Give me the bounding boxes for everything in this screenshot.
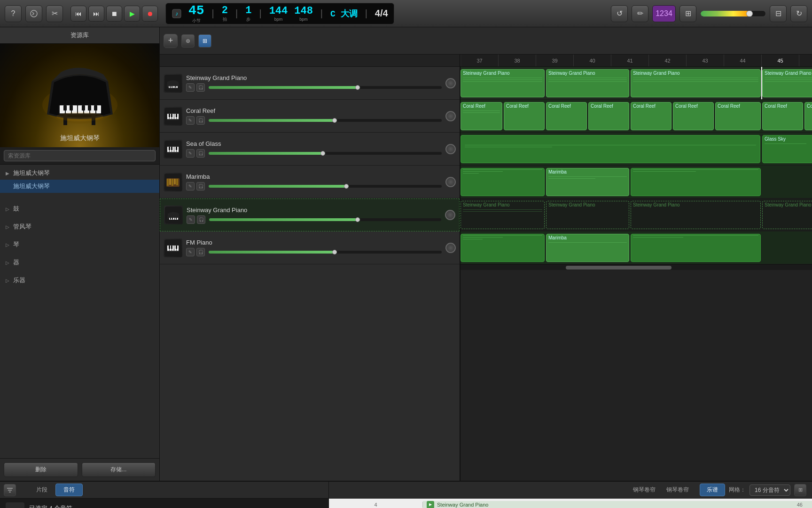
save-button[interactable]: 存储... xyxy=(82,462,156,477)
segment[interactable]: Coral Reef xyxy=(504,102,545,130)
track-4-edit-btn[interactable]: ✎ xyxy=(186,182,195,190)
sidebar-item-instrument2[interactable]: ▷ 乐器 xyxy=(0,274,159,287)
track-6-mute[interactable] xyxy=(445,243,456,253)
playhead: ▼ xyxy=(761,67,762,99)
tab-note[interactable]: 音符 xyxy=(55,484,83,496)
tab-segment[interactable]: 片段 xyxy=(28,484,55,496)
segment[interactable]: Coral Reef xyxy=(762,102,803,130)
stop-button[interactable]: ⏹ xyxy=(106,6,122,22)
mixer-btn[interactable]: ⊞ xyxy=(198,34,211,48)
track-4-volume[interactable] xyxy=(209,185,442,188)
scrollbar-thumb[interactable] xyxy=(566,266,671,270)
track-6-knob[interactable] xyxy=(332,250,337,254)
sidebar-item-organ[interactable]: ▷ 管风琴 xyxy=(0,220,159,233)
track-2-headphone-btn[interactable]: 🎧 xyxy=(196,116,205,125)
sidebar-item-instrument[interactable]: ▷ 器 xyxy=(0,256,159,269)
segment[interactable]: Marimba xyxy=(546,168,629,196)
notation-ruler-mark: 4 xyxy=(329,502,423,508)
segment[interactable]: Coral Reef xyxy=(804,102,812,130)
track-3-mute[interactable] xyxy=(445,144,456,154)
segment-play-btn[interactable]: ▶ xyxy=(427,501,434,508)
track-6-volume[interactable] xyxy=(209,251,442,254)
search-input[interactable] xyxy=(4,150,156,161)
track-3-headphone-btn[interactable]: 🎧 xyxy=(196,149,205,158)
segment[interactable] xyxy=(461,168,545,196)
segment[interactable]: Coral Reef xyxy=(631,102,671,130)
segment[interactable]: Coral Reef xyxy=(546,102,587,130)
segment-dashed[interactable]: Steinway Grand Piano xyxy=(762,201,812,229)
volume-bar[interactable] xyxy=(700,10,766,17)
add-track-button[interactable]: + xyxy=(164,34,178,48)
track-4-knob[interactable] xyxy=(344,184,349,189)
track-2-edit-btn[interactable]: ✎ xyxy=(186,116,195,125)
track-1-knob[interactable] xyxy=(355,85,360,90)
segment[interactable] xyxy=(631,168,761,196)
piano-roll-toolbar: 片段 音符 xyxy=(0,482,328,499)
pencil-button[interactable]: ✏ xyxy=(632,5,648,22)
tab-score[interactable]: 乐谱 xyxy=(700,484,725,496)
tracks-header: + ⊕ ⊞ xyxy=(160,27,812,55)
track-5-mute[interactable] xyxy=(445,210,455,220)
revert-button[interactable] xyxy=(25,5,42,22)
track-4-mute[interactable] xyxy=(445,177,456,187)
play-button[interactable]: ▶ xyxy=(124,6,140,22)
segment[interactable]: Glass Sky xyxy=(762,135,812,163)
record-button[interactable]: ⏺ xyxy=(142,6,158,22)
segment[interactable]: Coral Reef xyxy=(588,102,629,130)
segment[interactable] xyxy=(461,234,545,262)
track-1-volume[interactable] xyxy=(209,86,442,89)
track-6-edit-btn[interactable]: ✎ xyxy=(186,248,195,256)
track-3-volume[interactable] xyxy=(209,152,442,155)
segment-dashed[interactable]: Steinway Grand Piano xyxy=(546,201,629,229)
track-5-volume[interactable] xyxy=(209,218,441,221)
arrangement-scrollbar[interactable] xyxy=(461,264,812,270)
segment[interactable]: Coral Reef xyxy=(673,102,714,130)
arr-row-3: Glass Sky xyxy=(461,133,812,166)
segment[interactable]: Steinway Grand Piano xyxy=(461,69,545,97)
segment[interactable]: Steinway Grand Piano xyxy=(631,69,761,97)
track-3-knob[interactable] xyxy=(320,151,325,156)
delete-button[interactable]: 删除 xyxy=(4,462,78,477)
track-6-headphone-btn[interactable]: 🎧 xyxy=(196,248,205,256)
sidebar-item-piano[interactable]: ▷ 琴 xyxy=(0,238,159,251)
segment-dashed[interactable]: Steinway Grand Piano xyxy=(461,201,545,229)
sidebar-item-drums[interactable]: ▷ 鼓 xyxy=(0,202,159,215)
track-3-edit-btn[interactable]: ✎ xyxy=(186,149,195,158)
rewind-button[interactable]: ⏮ xyxy=(70,6,86,22)
forward-button[interactable]: ⏭ xyxy=(88,6,104,22)
grid-button[interactable]: ⊞ xyxy=(679,5,696,22)
segment[interactable] xyxy=(631,234,761,262)
segment[interactable]: Steinway Grand Piano xyxy=(546,69,629,97)
sidebar-item-steinway[interactable]: ▶ 施坦威大钢琴 xyxy=(0,167,159,180)
notation-settings-btn[interactable]: ⊞ xyxy=(794,484,806,496)
track-edit-btn[interactable]: ✎ xyxy=(186,83,195,92)
svg-rect-61 xyxy=(177,218,178,220)
scissors-button[interactable]: ✂ xyxy=(46,5,63,22)
segment[interactable]: Steinway Grand Piano xyxy=(762,69,812,97)
track-2-volume[interactable] xyxy=(209,119,442,122)
track-1-mute[interactable] xyxy=(445,78,456,88)
grid-select[interactable]: 16 分音符 8 分音符 xyxy=(750,484,790,496)
arrangement-view[interactable]: 37 38 39 40 41 42 43 44 45 46 47 48 49 5… xyxy=(461,55,812,481)
track-5-headphone-btn[interactable]: 🎧 xyxy=(197,215,205,224)
redo-button[interactable]: ↻ xyxy=(790,5,807,22)
track-5-edit-btn[interactable]: ✎ xyxy=(187,215,195,224)
track-4-headphone-btn[interactable]: 🎧 xyxy=(196,182,205,190)
help-button[interactable]: ? xyxy=(5,5,22,22)
layout-button[interactable]: ⊟ xyxy=(770,5,787,22)
segment[interactable] xyxy=(461,135,760,163)
segment[interactable]: Coral Reef xyxy=(715,102,761,130)
tab-piano-roll[interactable]: 钢琴卷帘 xyxy=(659,484,696,496)
segment[interactable]: Coral Reef xyxy=(461,102,502,130)
ruler: 37 38 39 40 41 42 43 44 45 46 47 48 49 5… xyxy=(461,55,812,67)
filter-button[interactable] xyxy=(4,484,16,496)
track-headphone-btn[interactable]: 🎧 xyxy=(196,83,205,92)
segment-dashed[interactable]: Steinway Grand Piano xyxy=(631,201,761,229)
sidebar-item-steinway-sub[interactable]: 施坦威大钢琴 xyxy=(0,180,159,193)
track-2-knob[interactable] xyxy=(332,118,337,123)
smart-controls-btn[interactable]: ⊕ xyxy=(181,34,195,48)
segment[interactable]: Marimba xyxy=(546,234,629,262)
track-5-knob[interactable] xyxy=(355,217,360,222)
track-2-mute[interactable] xyxy=(445,111,456,121)
undo-button[interactable]: ↺ xyxy=(611,5,628,22)
